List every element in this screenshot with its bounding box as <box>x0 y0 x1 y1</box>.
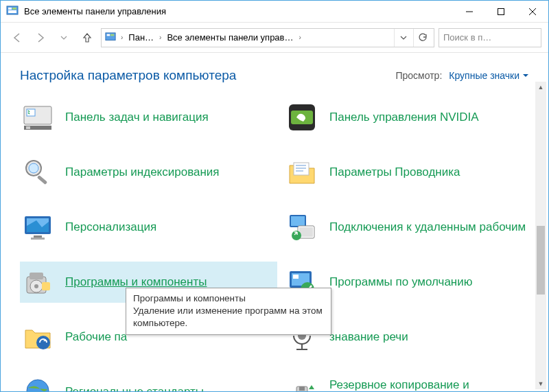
scroll-thumb[interactable] <box>537 226 545 295</box>
control-panel-icon <box>104 32 117 44</box>
address-bar[interactable]: › Пан… › Все элементы панели управ… › <box>101 28 434 47</box>
items-grid: Панель задач и навигация Панель управлен… <box>20 97 541 392</box>
folder-sync-icon <box>21 321 54 354</box>
nvidia-icon <box>285 101 318 134</box>
svg-rect-1 <box>8 8 12 10</box>
item-backup[interactable]: Резервное копирование и восстановлени… <box>284 371 541 392</box>
refresh-button[interactable] <box>413 29 431 47</box>
view-dropdown[interactable]: Крупные значки <box>449 70 529 81</box>
control-panel-icon <box>6 5 19 18</box>
remote-icon <box>285 211 318 244</box>
svg-rect-19 <box>37 175 47 185</box>
svg-rect-34 <box>30 273 43 279</box>
svg-rect-27 <box>31 238 45 240</box>
item-label: Рабочие па <box>65 330 127 344</box>
svg-rect-40 <box>293 275 299 279</box>
svg-rect-10 <box>110 34 114 36</box>
chevron-right-icon[interactable]: › <box>119 34 124 41</box>
recent-dropdown[interactable] <box>54 28 73 47</box>
item-label: Панель управления NVIDIA <box>329 110 479 124</box>
window-buttons <box>454 1 548 22</box>
breadcrumb-item[interactable]: Пан… <box>126 32 156 43</box>
window-title: Все элементы панели управления <box>24 6 454 16</box>
search-input[interactable] <box>443 32 537 43</box>
svg-rect-37 <box>42 282 50 290</box>
svg-rect-12 <box>27 109 35 116</box>
item-taskbar[interactable]: Панель задач и навигация <box>20 97 277 138</box>
item-label: Подключения к удаленным рабочим <box>329 220 526 234</box>
item-label: Резервное копирование и восстановлени… <box>329 378 536 392</box>
chevron-right-icon[interactable]: › <box>158 34 163 41</box>
svg-point-42 <box>36 336 50 349</box>
view-control: Просмотр: Крупные значки <box>395 70 529 81</box>
item-label: Программы по умолчанию <box>329 275 473 289</box>
svg-rect-20 <box>294 163 309 175</box>
globe-icon <box>21 376 54 392</box>
item-remote-desktop[interactable]: Подключения к удаленным рабочим <box>284 207 541 248</box>
item-personalization[interactable]: Персонализация <box>20 207 277 248</box>
search-icon <box>21 156 54 189</box>
item-label: Панель задач и навигация <box>65 110 209 124</box>
monitor-icon <box>21 211 54 244</box>
maximize-button[interactable] <box>485 1 517 23</box>
svg-point-36 <box>34 284 38 288</box>
svg-rect-52 <box>299 387 305 391</box>
content-area: Панель задач и навигация Панель управлен… <box>1 93 548 392</box>
item-label: Персонализация <box>65 220 156 234</box>
item-region[interactable]: Региональные стандарты <box>20 371 277 392</box>
tooltip: Программы и компоненты Удаление или изме… <box>126 288 331 335</box>
chevron-right-icon[interactable]: › <box>298 34 303 41</box>
tooltip-body: Удаление или изменение программ на этом … <box>133 305 324 330</box>
breadcrumb-item[interactable]: Все элементы панели управ… <box>164 32 296 43</box>
item-label: Региональные стандарты <box>65 384 204 392</box>
svg-rect-5 <box>498 9 504 15</box>
folder-list-icon <box>285 156 318 189</box>
address-dropdown[interactable] <box>394 29 412 47</box>
scroll-up-button[interactable]: ▲ <box>535 82 546 93</box>
svg-rect-8 <box>106 32 115 40</box>
svg-point-18 <box>29 163 38 173</box>
scrollbar[interactable]: ▲ ▼ <box>535 82 546 389</box>
item-nvidia[interactable]: Панель управления NVIDIA <box>284 97 541 138</box>
svg-rect-3 <box>8 10 16 13</box>
titlebar: Все элементы панели управления <box>1 1 548 23</box>
item-indexing[interactable]: Параметры индексирования <box>20 152 277 193</box>
view-label: Просмотр: <box>395 70 442 81</box>
view-value-text: Крупные значки <box>449 70 519 81</box>
item-label: Параметры индексирования <box>65 165 220 179</box>
backup-icon <box>285 376 318 392</box>
svg-rect-14 <box>26 126 30 129</box>
svg-rect-26 <box>34 235 42 238</box>
back-button[interactable] <box>8 28 27 47</box>
close-button[interactable] <box>517 1 548 23</box>
chevron-down-icon <box>522 72 529 79</box>
programs-icon <box>21 266 54 299</box>
item-label: Параметры Проводника <box>329 165 460 179</box>
svg-rect-29 <box>291 216 305 226</box>
page-title: Настройка параметров компьютера <box>20 68 236 83</box>
header-row: Настройка параметров компьютера Просмотр… <box>1 53 548 93</box>
svg-rect-2 <box>12 8 16 10</box>
svg-rect-9 <box>107 34 110 36</box>
minimize-button[interactable] <box>454 1 485 23</box>
up-button[interactable] <box>78 28 97 47</box>
taskbar-icon <box>21 101 54 134</box>
toolbar: › Пан… › Все элементы панели управ… › <box>1 23 548 53</box>
item-explorer-options[interactable]: Параметры Проводника <box>284 152 541 193</box>
search-box[interactable] <box>439 28 541 47</box>
svg-rect-31 <box>299 227 313 237</box>
item-label: знавание речи <box>329 330 408 344</box>
forward-button[interactable] <box>31 28 50 47</box>
tooltip-title: Программы и компоненты <box>133 292 324 305</box>
scroll-down-button[interactable]: ▼ <box>535 378 546 389</box>
